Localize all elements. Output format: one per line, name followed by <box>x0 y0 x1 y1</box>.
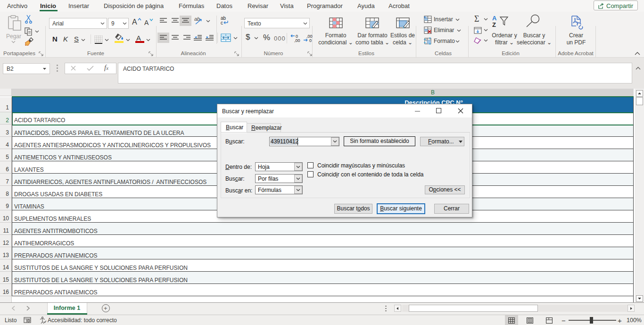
svg-text:A: A <box>492 15 497 22</box>
svg-text:0: 0 <box>309 38 312 42</box>
svg-text:c: c <box>221 20 223 25</box>
svg-text:,00: ,00 <box>294 38 300 42</box>
svg-text:Z: Z <box>492 21 496 27</box>
